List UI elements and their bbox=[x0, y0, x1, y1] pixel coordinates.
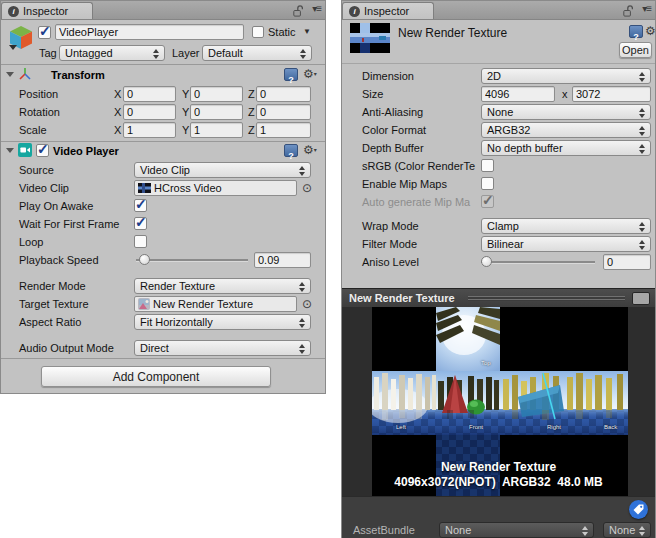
slider-track[interactable] bbox=[481, 261, 595, 264]
aniso-level-slider[interactable] bbox=[481, 254, 595, 270]
scale-x-input[interactable] bbox=[123, 122, 176, 138]
gear-icon[interactable] bbox=[645, 24, 656, 38]
separator bbox=[1, 64, 325, 65]
aniso-level-input[interactable] bbox=[603, 254, 651, 270]
tab-label: Inspector bbox=[23, 5, 68, 17]
target-texture-object-field[interactable]: New Render Texture bbox=[134, 296, 297, 312]
position-x-input[interactable] bbox=[123, 86, 176, 102]
videoplayer-enabled-checkbox[interactable] bbox=[36, 144, 49, 157]
size-separator-label: x bbox=[562, 86, 568, 102]
position-label: Position bbox=[19, 86, 58, 102]
slider-knob[interactable] bbox=[139, 254, 150, 265]
transform-title: Transform bbox=[51, 67, 105, 83]
preview-header: New Render Texture bbox=[342, 288, 655, 308]
pane-menu-icon[interactable] bbox=[312, 3, 321, 14]
tab-inspector[interactable]: Inspector bbox=[1, 2, 93, 19]
target-texture-label: Target Texture bbox=[19, 296, 89, 312]
static-checkbox[interactable] bbox=[252, 26, 264, 38]
rgb-channels-button[interactable] bbox=[632, 292, 650, 305]
loop-label: Loop bbox=[19, 234, 43, 250]
help-icon[interactable] bbox=[284, 144, 298, 157]
static-label: Static bbox=[268, 24, 296, 40]
scale-y-input[interactable] bbox=[190, 122, 243, 138]
playback-speed-input[interactable] bbox=[254, 252, 311, 268]
object-picker-icon[interactable] bbox=[300, 180, 314, 196]
position-y-input[interactable] bbox=[190, 86, 243, 102]
filter-mode-label: Filter Mode bbox=[362, 236, 417, 252]
size-height-input[interactable] bbox=[572, 86, 651, 102]
inspector-panel-gameobject: Inspector Static Tag Untagged Layer Defa… bbox=[0, 0, 326, 394]
wait-first-frame-checkbox[interactable] bbox=[134, 217, 147, 230]
scale-z-input[interactable] bbox=[256, 122, 311, 138]
tag-dropdown[interactable]: Untagged bbox=[59, 45, 165, 61]
gear-icon[interactable] bbox=[303, 67, 317, 81]
filter-mode-dropdown[interactable]: Bilinear bbox=[481, 236, 651, 252]
anti-aliasing-value: None bbox=[487, 106, 513, 118]
gameobject-enabled-checkbox[interactable] bbox=[38, 26, 51, 39]
dimension-dropdown[interactable]: 2D bbox=[481, 68, 651, 84]
tag-icon bbox=[633, 504, 644, 515]
wrap-mode-value: Clamp bbox=[487, 220, 519, 232]
separator bbox=[1, 141, 325, 142]
video-clip-object-field[interactable]: HCross Video bbox=[134, 180, 297, 196]
slider-track[interactable] bbox=[136, 259, 248, 262]
axis-z-label: Z bbox=[248, 86, 255, 102]
object-picker-icon[interactable] bbox=[300, 296, 314, 312]
pane-menu-icon[interactable] bbox=[642, 3, 651, 14]
rotation-x-input[interactable] bbox=[123, 104, 176, 120]
gameobject-cube-icon[interactable] bbox=[6, 22, 36, 56]
enable-mip-maps-checkbox[interactable] bbox=[481, 177, 494, 190]
play-on-awake-checkbox[interactable] bbox=[134, 199, 147, 212]
size-width-input[interactable] bbox=[481, 86, 555, 102]
audio-output-dropdown[interactable]: Direct bbox=[134, 340, 311, 356]
depth-buffer-dropdown[interactable]: No depth buffer bbox=[481, 140, 651, 156]
videoplayer-foldout-icon[interactable] bbox=[6, 148, 14, 153]
tab-inspector[interactable]: Inspector bbox=[342, 2, 434, 19]
preview-area: Top Left Front Right Back New Render Tex… bbox=[342, 307, 655, 496]
color-format-dropdown[interactable]: ARGB32 bbox=[481, 122, 651, 138]
dropdown-arrows-icon bbox=[639, 72, 646, 82]
enable-mip-maps-label: Enable Mip Maps bbox=[362, 176, 447, 192]
target-texture-value: New Render Texture bbox=[153, 298, 253, 310]
rotation-y-input[interactable] bbox=[190, 104, 243, 120]
loop-checkbox[interactable] bbox=[134, 235, 147, 248]
axis-y-label: Y bbox=[182, 122, 189, 138]
slider-knob[interactable] bbox=[481, 256, 492, 267]
assetbundle-variant-dropdown[interactable]: None bbox=[603, 522, 651, 538]
dropdown-arrows-icon bbox=[639, 222, 646, 232]
depth-buffer-label: Depth Buffer bbox=[362, 140, 424, 156]
axis-y-label: Y bbox=[182, 104, 189, 120]
gear-icon[interactable] bbox=[303, 143, 317, 157]
srgb-checkbox[interactable] bbox=[481, 159, 494, 172]
open-button[interactable]: Open bbox=[619, 42, 652, 58]
dropdown-arrows-icon bbox=[299, 282, 306, 292]
wrap-mode-dropdown[interactable]: Clamp bbox=[481, 218, 651, 234]
gameobject-name-input[interactable] bbox=[55, 24, 244, 40]
preview-resize-grip[interactable] bbox=[468, 296, 625, 301]
help-icon[interactable] bbox=[629, 25, 643, 38]
aspect-ratio-dropdown[interactable]: Fit Horizontally bbox=[134, 314, 311, 330]
layer-dropdown[interactable]: Default bbox=[202, 45, 312, 61]
help-icon[interactable] bbox=[284, 68, 298, 81]
rotation-z-input[interactable] bbox=[256, 104, 311, 120]
playback-speed-slider[interactable] bbox=[136, 252, 248, 268]
position-z-input[interactable] bbox=[256, 86, 311, 102]
add-component-button[interactable]: Add Component bbox=[41, 366, 271, 387]
tag-label: Tag bbox=[39, 45, 57, 61]
transform-foldout-icon[interactable] bbox=[6, 72, 14, 77]
lock-icon[interactable] bbox=[293, 4, 303, 22]
asset-labels-button[interactable] bbox=[629, 500, 648, 519]
layer-value: Default bbox=[208, 47, 243, 59]
face-label-left: Left bbox=[396, 424, 406, 430]
assetbundle-label: AssetBundle bbox=[353, 522, 415, 538]
tag-value: Untagged bbox=[65, 47, 113, 59]
render-mode-dropdown[interactable]: Render Texture bbox=[134, 278, 311, 294]
axis-y-label: Y bbox=[182, 86, 189, 102]
assetbundle-dropdown[interactable]: None bbox=[439, 522, 594, 538]
videoplayer-icon bbox=[18, 143, 32, 161]
static-dropdown-icon[interactable] bbox=[303, 24, 311, 40]
lock-icon[interactable] bbox=[623, 4, 633, 22]
source-dropdown[interactable]: Video Clip bbox=[134, 162, 311, 178]
anti-aliasing-dropdown[interactable]: None bbox=[481, 104, 651, 120]
preview-title: New Render Texture bbox=[349, 289, 455, 308]
